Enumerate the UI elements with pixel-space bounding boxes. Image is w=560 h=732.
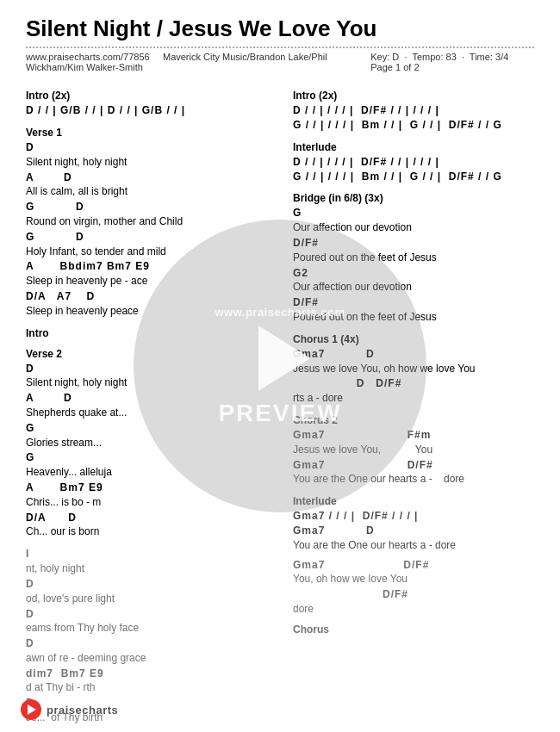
v1-lyric5: Sleep in heavenly pe - ace	[26, 274, 276, 288]
r-bridge-chord2: D/F#	[293, 236, 534, 251]
v3-chord4: dim7 Bm7 E9	[26, 667, 276, 681]
r-interlude-chords: D / / | / / / | D/F# / / | / / / |	[293, 155, 534, 170]
r-interlude2-line2: Gma7 D	[293, 524, 534, 538]
r-chorus2-chord2: Gma7 D/F#	[293, 458, 534, 473]
v2-chord2: A D	[26, 391, 276, 406]
r-chorus3-section: Gma7 D/F# You, oh how we love You D/F# d…	[293, 558, 534, 636]
r-chorus2-label: Chorus 2	[293, 414, 534, 426]
r-intro-section: Intro (2x) D / / | / / / | D/F# / / | / …	[293, 90, 534, 133]
v2-chord1: D	[26, 362, 276, 376]
r-bridge-chord1: G	[293, 206, 534, 220]
r-chorus3-chord1: Gma7 D/F#	[293, 558, 534, 573]
r-interlude-label: Interlude	[293, 141, 534, 153]
r-intro-line2: G / / | / / / | Bm / / | G / / | D/F# / …	[293, 118, 534, 133]
v2-lyric1: Silent night, holy night	[26, 375, 276, 390]
r-chorus1-lyric2: rts a - dore	[293, 391, 534, 406]
r-interlude-section: Interlude D / / | / / / | D/F# / / | / /…	[293, 141, 534, 184]
v3-lyric4: awn of re - deeming grace	[26, 651, 276, 666]
v2-lyric2: Shepherds quake at...	[26, 406, 276, 420]
r-interlude2-line1: Gma7 / / / | D/F# / / / |	[293, 509, 534, 524]
intro2-section: Intro	[26, 327, 276, 339]
v1-chord5: A Bbdim7 Bm7 E9	[26, 259, 276, 274]
v2-lyric5: Chris... is bo - m	[26, 495, 276, 510]
v2-lyric3: Glories stream...	[26, 436, 276, 450]
v2-chord4: G	[26, 450, 276, 465]
logo-play-button[interactable]	[21, 699, 41, 720]
v3-lyric5: d at Thy bi - rth	[26, 680, 276, 695]
verse1-label: Verse 1	[26, 127, 276, 139]
r-interlude2-section: Interlude Gma7 / / / | D/F# / / / | Gma7…	[293, 495, 534, 552]
verse3-partial: I nt, holy night D od, love's pure light…	[26, 548, 276, 725]
v3-chord3: D	[26, 636, 276, 651]
v2-lyric6: Ch... our is born	[26, 524, 276, 539]
r-interlude2-lyric: You are the One our hearts a - dore	[293, 538, 534, 553]
v3-chord1: D	[26, 577, 276, 592]
meta-left: www.praisecharts.com/77856 Maverick City…	[26, 52, 370, 72]
r-chorus1-chord2: D D/F#	[293, 376, 534, 391]
content-columns: Intro (2x) D / / | G/B / / | D / / | G/B…	[26, 81, 534, 730]
right-column: Intro (2x) D / / | / / / | D/F# / / | / …	[293, 81, 534, 730]
r-chorus2-section: Chorus 2 Gma7 F#m Jesus we love You, You…	[293, 414, 534, 487]
r-bridge-chord4: D/F#	[293, 295, 534, 310]
meta-row: www.praisecharts.com/77856 Maverick City…	[26, 52, 534, 72]
r-interlude2-label: Interlude	[293, 495, 534, 507]
intro-chords: D / / | G/B / / | D / / | G/B / / |	[26, 103, 276, 118]
page: Silent Night / Jesus We Love You www.pra…	[0, 0, 560, 732]
v1-lyric3: Round on virgin, mother and Child	[26, 214, 276, 229]
r-interlude-chords2: G / / | / / / | Bm / / | G / / | D/F# / …	[293, 170, 534, 184]
r-intro-line1: D / / | / / / | D/F# / / | / / / |	[293, 103, 534, 118]
v1-lyric2: All is calm, all is bright	[26, 184, 276, 199]
v1-chord2: A D	[26, 171, 276, 185]
page-title: Silent Night / Jesus We Love You	[26, 16, 534, 42]
r-bridge-label: Bridge (in 6/8) (3x)	[293, 192, 534, 204]
intro2-label: Intro	[26, 327, 276, 339]
meta-right: Key: D · Tempo: 83 · Time: 3/4 Page 1 of…	[370, 52, 534, 72]
page-num: Page 1 of 2	[370, 62, 419, 72]
r-chorus2-lyric1: Jesus we love You, You	[293, 443, 534, 457]
v3-lyric2: od, love's pure light	[26, 592, 276, 606]
intro-section: Intro (2x) D / / | G/B / / | D / / | G/B…	[26, 90, 276, 118]
verse3-label: I	[26, 548, 276, 560]
v1-chord4: G D	[26, 230, 276, 245]
key: Key: D	[370, 52, 399, 62]
r-chorus1-label: Chorus 1 (4x)	[293, 333, 534, 345]
r-bridge-lyric3: Our affection our devotion	[293, 280, 534, 295]
r-intro-label: Intro (2x)	[293, 90, 534, 102]
r-chorus1-lyric1: Jesus we love You, oh how we love You	[293, 362, 534, 376]
v2-chord3: G	[26, 421, 276, 436]
v1-chord3: G D	[26, 200, 276, 214]
v2-lyric4: Heavenly... alleluja	[26, 465, 276, 480]
v3-lyric3: eams from Thy holy face	[26, 621, 276, 636]
r-chorus3-chord2: D/F#	[293, 587, 534, 602]
v3-chord2: D	[26, 607, 276, 622]
r-bridge-lyric2: Poured out on the feet of Jesus	[293, 251, 534, 265]
intro-label: Intro (2x)	[26, 90, 276, 102]
r-bridge-chord3: G2	[293, 266, 534, 281]
logo-text: praisecharts	[47, 704, 118, 716]
v1-lyric6: Sleep in heavenly peace	[26, 304, 276, 319]
r-bridge-section: Bridge (in 6/8) (3x) G Our affection our…	[293, 192, 534, 324]
v3-lyric1: nt, holy night	[26, 561, 276, 576]
verse2-section: Verse 2 D Silent night, holy night A D S…	[26, 348, 276, 540]
r-chorus3-lyric2: dore	[293, 602, 534, 617]
v1-chord1: D	[26, 140, 276, 155]
divider	[26, 47, 534, 48]
logo-play-triangle-icon	[28, 704, 36, 715]
v1-chord6: D/A A7 D	[26, 289, 276, 304]
r-bridge-lyric4: Poured out on the feet of Jesus	[293, 310, 534, 325]
url: www.praisecharts.com/77856	[26, 52, 150, 62]
time: Time: 3/4	[470, 52, 508, 62]
v2-chord5: A Bm7 E9	[26, 481, 276, 495]
r-chorus3-lyric1: You, oh how we love You	[293, 572, 534, 586]
r-chorus2-lyric2: You are the One our hearts a - dore	[293, 472, 534, 487]
chorus-label-bottom: Chorus	[293, 623, 534, 636]
verse1-section: Verse 1 D Silent night, holy night A D A…	[26, 127, 276, 319]
v1-lyric4: Holy Infant, so tender and mild	[26, 245, 276, 259]
tempo: Tempo: 83	[412, 52, 456, 62]
bottom-logo: praisecharts	[21, 699, 118, 720]
r-chorus1-section: Chorus 1 (4x) Gma7 D Jesus we love You, …	[293, 333, 534, 406]
left-column: Intro (2x) D / / | G/B / / | D / / | G/B…	[26, 81, 276, 730]
r-chorus2-chord1: Gma7 F#m	[293, 428, 534, 443]
r-bridge-lyric1: Our affection our devotion	[293, 220, 534, 235]
r-chorus1-chord1: Gma7 D	[293, 347, 534, 362]
